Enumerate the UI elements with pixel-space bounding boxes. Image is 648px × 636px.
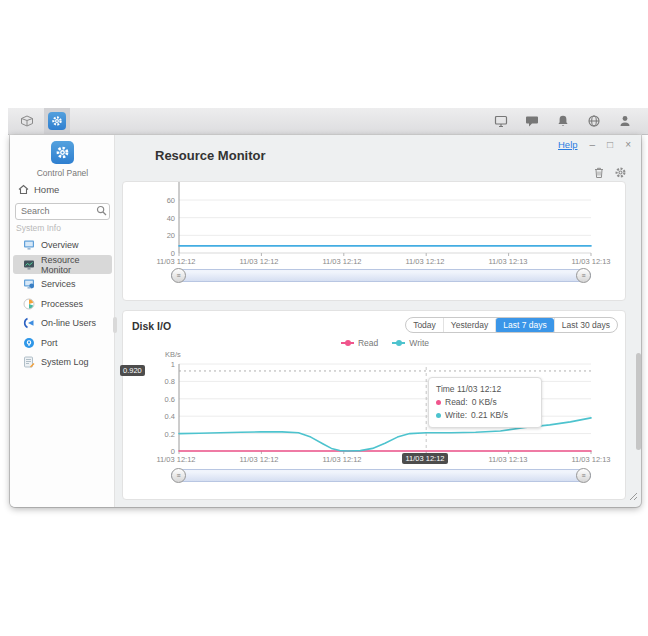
x-tick: 11/03 12:12 xyxy=(312,257,372,266)
chart-tooltip: Time 11/03 12:12 Read: 0 KB/s Write: 0.2… xyxy=(428,377,542,428)
x-tick: 11/03 12:12 xyxy=(395,257,455,266)
slider-track[interactable] xyxy=(171,469,591,482)
y-tick: 1 xyxy=(149,360,175,369)
y-tick: 0.8 xyxy=(149,377,175,386)
services-icon xyxy=(22,277,35,290)
sidebar-item-system-log[interactable]: System Log xyxy=(13,352,112,371)
sidebar-item-processes[interactable]: Processes xyxy=(13,294,112,313)
y-tick: 0.6 xyxy=(149,395,175,404)
page-title: Resource Monitor xyxy=(155,148,266,163)
control-panel-window: Help – □ × Control Panel Home System Inf… xyxy=(10,135,641,507)
x-tick: 11/03 12:12 xyxy=(229,257,289,266)
read-dot-icon xyxy=(436,400,441,405)
threshold-badge: 0.920 xyxy=(120,365,145,376)
notification-bell-icon[interactable] xyxy=(552,110,574,132)
resource-monitor-icon xyxy=(22,258,35,271)
x-tick: 11/03 12:13 xyxy=(478,455,538,464)
y-tick: 60 xyxy=(149,196,175,205)
top-chart-panel: 0 20 40 60 11/03 12:12 11/03 12:12 11/03… xyxy=(122,181,626,301)
x-tick: 11/03 12:12 xyxy=(229,455,289,464)
x-tick: 11/03 12:13 xyxy=(561,257,621,266)
section-label-system-info: System Info xyxy=(16,223,61,233)
vertical-scrollbar-thumb[interactable] xyxy=(636,353,641,450)
window-resize-handle[interactable] xyxy=(629,487,638,505)
x-tick-highlighted: 11/03 12:12 xyxy=(395,454,455,463)
home-label: Home xyxy=(34,184,59,195)
language-globe-icon[interactable] xyxy=(583,110,605,132)
active-app-slot xyxy=(44,108,70,134)
y-tick: 0.4 xyxy=(149,412,175,421)
processes-icon xyxy=(22,297,35,310)
y-tick: 0.2 xyxy=(149,430,175,439)
tooltip-time: Time 11/03 12:12 xyxy=(436,383,534,396)
sidebar-item-overview[interactable]: Overview xyxy=(13,235,112,254)
minimize-button[interactable]: – xyxy=(590,139,596,150)
slider-left-handle[interactable] xyxy=(171,268,186,283)
sidebar-item-services[interactable]: Services xyxy=(13,274,112,293)
top-chart-range-slider xyxy=(171,268,591,283)
control-panel-app-icon[interactable] xyxy=(48,112,66,130)
port-icon xyxy=(22,336,35,349)
x-tick: 11/03 12:13 xyxy=(478,257,538,266)
x-tick: 11/03 12:12 xyxy=(312,455,372,464)
control-panel-icon xyxy=(51,141,74,164)
disk-io-panel: Disk I/O Today Yesterday Last 7 days Las… xyxy=(122,310,626,500)
write-dot-icon xyxy=(436,413,441,418)
system-log-icon xyxy=(22,355,35,368)
search-icon[interactable] xyxy=(96,202,107,220)
sidebar-item-resource-monitor[interactable]: Resource Monitor xyxy=(13,255,112,274)
sidebar: Control Panel Home System Info Overview xyxy=(10,135,115,507)
slider-track[interactable] xyxy=(171,269,591,282)
maximize-button[interactable]: □ xyxy=(607,139,613,150)
help-link[interactable]: Help xyxy=(558,139,578,150)
show-desktop-icon[interactable] xyxy=(16,110,38,132)
user-icon[interactable] xyxy=(614,110,636,132)
taskbar xyxy=(8,108,648,135)
sidebar-item-online-users[interactable]: On-line Users xyxy=(13,313,112,332)
display-icon[interactable] xyxy=(490,110,512,132)
slider-left-handle[interactable] xyxy=(171,468,186,483)
y-tick: 20 xyxy=(149,231,175,240)
home-icon xyxy=(18,184,29,195)
x-tick: 11/03 12:12 xyxy=(146,257,206,266)
search-box xyxy=(15,200,110,217)
sidebar-item-home[interactable]: Home xyxy=(18,184,59,195)
online-users-icon xyxy=(22,316,35,329)
desktop: Help – □ × Control Panel Home System Inf… xyxy=(0,0,648,636)
app-title: Control Panel xyxy=(10,168,115,178)
x-tick: 11/03 12:13 xyxy=(561,455,621,464)
sidebar-collapse-handle[interactable] xyxy=(113,317,117,333)
x-tick: 11/03 12:12 xyxy=(146,455,206,464)
disk-io-range-slider xyxy=(171,468,591,483)
slider-right-handle[interactable] xyxy=(576,468,591,483)
close-button[interactable]: × xyxy=(625,139,631,150)
y-tick: 40 xyxy=(149,214,175,223)
chat-icon[interactable] xyxy=(521,110,543,132)
overview-icon xyxy=(22,238,35,251)
slider-right-handle[interactable] xyxy=(576,268,591,283)
sidebar-item-port[interactable]: Port xyxy=(13,333,112,352)
